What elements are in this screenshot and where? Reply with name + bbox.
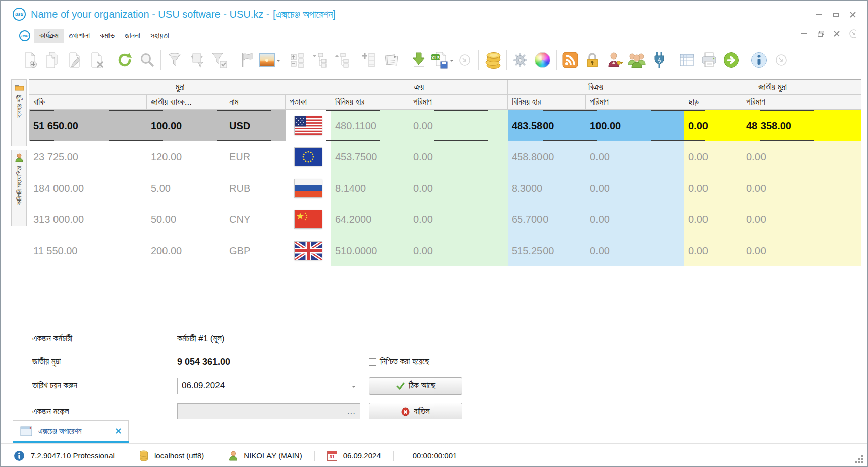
app-window: usu Name of your organization - USU soft… <box>0 0 868 467</box>
go-next-button[interactable] <box>720 48 742 72</box>
side-tab-user-guide[interactable]: ব্যবহার সূচী <box>11 79 27 146</box>
group-sell[interactable]: বিক্রয় <box>508 80 684 95</box>
color-theme-button[interactable] <box>531 48 554 72</box>
refresh-icon <box>116 51 134 69</box>
check-icon <box>396 382 405 390</box>
col-amount[interactable]: পরিমাণ <box>742 95 861 110</box>
maximize-button[interactable] <box>832 12 839 18</box>
cancel-button[interactable]: বাতিল <box>369 403 462 421</box>
cell-discount: 0.00 <box>684 110 742 141</box>
group-buy[interactable]: ক্রয় <box>331 80 508 95</box>
refresh-button[interactable] <box>114 48 136 72</box>
close-button[interactable] <box>849 12 856 18</box>
col-sell-rate[interactable]: বিনিময় হার <box>508 95 586 110</box>
filter-button[interactable] <box>164 48 186 72</box>
copy-record-button[interactable] <box>41 48 64 72</box>
image-view-button[interactable] <box>258 48 280 72</box>
filter-apply-button[interactable] <box>208 48 230 72</box>
workspace: ব্যবহার সূচী কারিগরি সহযোগিতা মুদ্রা ক্র… <box>1 75 867 419</box>
confirmed-checkbox-group[interactable]: নিশ্চিত করা হয়েছে <box>369 357 429 367</box>
menu-window[interactable]: জানলা <box>120 29 145 43</box>
filter-window-button[interactable] <box>186 48 208 72</box>
date-input[interactable]: 06.09.2024 <box>177 378 360 394</box>
user-text: NIKOLAY (MAIN) <box>244 451 302 460</box>
col-sell-qty[interactable]: পরিমাণ <box>586 95 684 110</box>
client-input[interactable]: ... <box>177 403 360 420</box>
tab-exchange-operation[interactable]: এক্সচেঞ্জ অপারেশন <box>13 420 129 441</box>
collapse-tree-button[interactable] <box>330 48 352 72</box>
flag-button[interactable] <box>236 48 258 72</box>
cell-flag <box>286 141 331 172</box>
cell-flag <box>286 204 331 235</box>
toolbar-drag-handle[interactable] <box>12 30 15 41</box>
col-national-bank[interactable]: জাতীয় ব্যাংক... <box>147 95 225 110</box>
cell-amount: 0.00 <box>742 141 861 172</box>
users-button[interactable] <box>626 48 648 72</box>
expand-tree-button[interactable] <box>308 48 330 72</box>
table-row-cny[interactable]: 313 000.00 50.00 CNY 64.2000 0.00 65.700… <box>29 204 861 235</box>
employee-value: কর্মচারী #1 (মূল) <box>177 334 225 344</box>
flag-icon <box>238 51 256 69</box>
menu-actions[interactable]: কার্যক্রম <box>34 29 64 43</box>
connections-button[interactable] <box>648 48 670 72</box>
col-balance[interactable]: বাকি <box>29 95 147 110</box>
toolbar-overflow-button[interactable] <box>770 48 792 72</box>
add-column-button[interactable] <box>358 48 380 72</box>
delete-record-icon <box>88 51 106 69</box>
tab-label: এক্সচেঞ্জ অপারেশন <box>38 427 110 436</box>
col-flag[interactable]: পতাকা <box>286 95 331 110</box>
table-row-usd[interactable]: 51 650.00 100.00 USD 480.1100 0.00 483.5… <box>29 110 861 141</box>
menu-directories[interactable]: তথ্যশালা <box>64 29 95 43</box>
minimize-button[interactable] <box>815 12 822 18</box>
cell-balance: 23 725.00 <box>29 141 147 172</box>
print-button[interactable] <box>698 48 720 72</box>
table-row-eur[interactable]: 23 725.00 120.00 EUR 453.7500 0.00 458.8… <box>29 141 861 172</box>
rss-button[interactable] <box>559 48 581 72</box>
col-discount[interactable]: ছাড় <box>684 95 742 110</box>
group-currency[interactable]: মুদ্রা <box>29 80 331 95</box>
side-tab-tech-support[interactable]: কারিগরি সহযোগিতা <box>11 150 27 226</box>
search-button[interactable] <box>136 48 158 72</box>
ok-button[interactable]: ঠিক আছে <box>369 377 462 395</box>
col-buy-qty[interactable]: পরিমাণ <box>409 95 508 110</box>
import-button[interactable] <box>408 48 430 72</box>
gb-flag-icon <box>295 242 322 260</box>
resize-grip[interactable] <box>855 455 863 463</box>
tab-close-icon[interactable] <box>116 428 121 434</box>
filter-icon <box>166 51 184 69</box>
report-button[interactable] <box>380 48 402 72</box>
menu-commands[interactable]: কমান্ড <box>95 29 120 43</box>
toolbar-drag-handle-2[interactable] <box>12 54 15 66</box>
settings-button[interactable] <box>509 48 531 72</box>
mdi-close-button[interactable] <box>833 31 840 37</box>
delete-record-button[interactable] <box>86 48 108 72</box>
table-row-gbp[interactable]: 11 550.00 200.00 GBP 510.0000 0.00 515.2… <box>29 235 861 266</box>
col-name[interactable]: নাম <box>225 95 286 110</box>
confirmed-checkbox[interactable] <box>369 358 376 366</box>
lock-button[interactable] <box>581 48 604 72</box>
browse-button[interactable]: ... <box>347 406 356 417</box>
chevron-down-icon <box>352 386 356 390</box>
user-rights-button[interactable] <box>604 48 626 72</box>
cell-national-bank: 200.00 <box>147 235 225 266</box>
col-buy-rate[interactable]: বিনিময় হার <box>331 95 409 110</box>
menu-help[interactable]: সহায়তা <box>145 29 174 43</box>
menu-overflow-button[interactable] <box>849 31 856 37</box>
mdi-restore-button[interactable] <box>817 31 824 37</box>
expand-levels-button[interactable] <box>286 48 308 72</box>
info-button[interactable] <box>748 48 770 72</box>
export-xls-button[interactable]: XLS <box>430 48 454 72</box>
status-bar: 7.2.9047.10 Professional localhost (utf8… <box>1 443 867 467</box>
dropdown-caret-icon <box>276 60 280 64</box>
restore-icon <box>818 31 824 37</box>
overflow-button[interactable] <box>454 48 476 72</box>
mdi-minimize-button[interactable] <box>801 31 808 37</box>
table-view-button[interactable] <box>676 48 698 72</box>
group-national[interactable]: জাতীয় মুদ্রা <box>684 80 861 95</box>
currency-button[interactable] <box>481 48 504 72</box>
edit-record-button[interactable] <box>64 48 86 72</box>
add-record-button[interactable] <box>19 48 41 72</box>
table-row-rub[interactable]: 184 000.00 5.00 RUB 8.1400 0.00 8.3000 0… <box>29 172 861 204</box>
user-status-icon <box>229 451 238 461</box>
copy-record-icon <box>43 51 62 69</box>
